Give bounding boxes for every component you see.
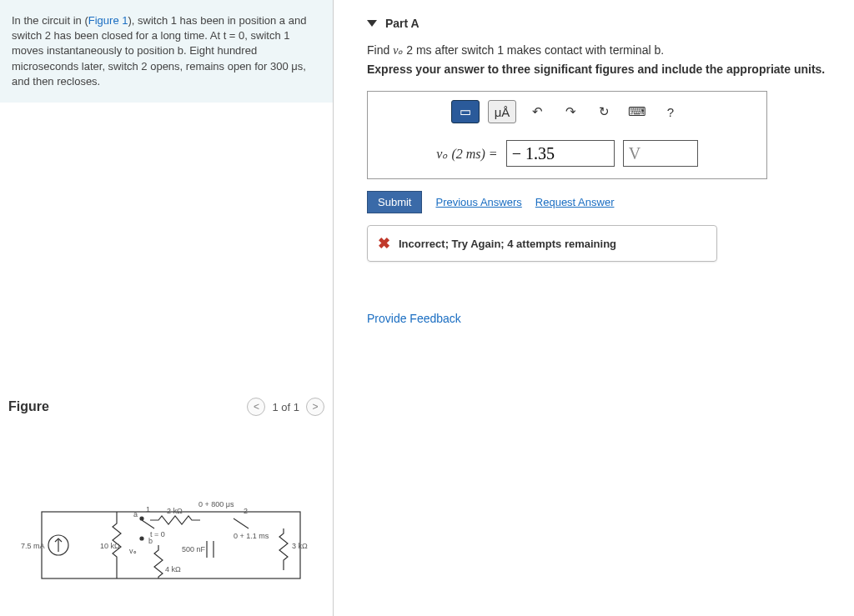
provide-feedback-link[interactable]: Provide Feedback: [367, 312, 837, 325]
svg-text:7.5 mA: 7.5 mA: [21, 542, 45, 550]
submit-row: Submit Previous Answers Request Answer: [367, 191, 837, 213]
undo-button[interactable]: ↶: [525, 101, 550, 123]
part-header[interactable]: Part A: [367, 17, 837, 30]
svg-text:vₒ: vₒ: [129, 547, 137, 555]
feedback-message: Incorrect; Try Again; 4 attempts remaini…: [399, 238, 616, 250]
svg-text:1: 1: [146, 505, 150, 513]
figure-link[interactable]: Figure 1: [88, 14, 128, 27]
svg-text:0 + 1.1 ms: 0 + 1.1 ms: [234, 532, 269, 540]
templates-button[interactable]: ▭: [451, 100, 480, 123]
svg-text:3 kΩ: 3 kΩ: [292, 542, 308, 550]
answer-toolbar: ▭ μÅ ↶ ↷ ↻ ⌨ ?: [368, 92, 766, 132]
unit-input[interactable]: [623, 140, 698, 167]
help-button[interactable]: ?: [658, 101, 683, 123]
left-column: In the circuit in (Figure 1), switch 1 h…: [0, 0, 334, 616]
svg-text:2 kΩ: 2 kΩ: [167, 507, 183, 515]
svg-text:0 + 800 μs: 0 + 800 μs: [198, 500, 234, 508]
answer-block: ▭ μÅ ↶ ↷ ↻ ⌨ ? vₒ (2 ms) =: [367, 91, 767, 179]
question-text: Find vₒ 2 ms after switch 1 makes contac…: [367, 43, 837, 58]
collapse-icon: [367, 20, 377, 27]
pager-next-button[interactable]: >: [306, 398, 324, 416]
svg-point-6: [140, 517, 143, 520]
svg-text:4 kΩ: 4 kΩ: [165, 565, 181, 573]
feedback-box: ✖ Incorrect; Try Again; 4 attempts remai…: [367, 225, 717, 262]
instruction-text: Express your answer to three significant…: [367, 63, 837, 76]
svg-line-8: [234, 518, 249, 528]
part-label: Part A: [385, 17, 419, 30]
pager-prev-button[interactable]: <: [247, 398, 265, 416]
previous-answers-link[interactable]: Previous Answers: [435, 196, 521, 208]
redo-button[interactable]: ↷: [558, 101, 583, 123]
svg-text:b: b: [148, 537, 153, 545]
svg-line-5: [142, 520, 154, 528]
svg-text:a: a: [133, 510, 138, 518]
problem-statement: In the circuit in (Figure 1), switch 1 h…: [0, 0, 333, 103]
svg-point-7: [140, 537, 143, 540]
reset-button[interactable]: ↻: [591, 101, 616, 123]
answer-lhs: vₒ (2 ms) =: [436, 146, 497, 162]
figure-section: Figure < 1 of 1 >: [0, 386, 333, 616]
request-answer-link[interactable]: Request Answer: [535, 196, 615, 208]
svg-text:500 nF: 500 nF: [182, 545, 206, 553]
svg-text:10 kΩ: 10 kΩ: [100, 542, 120, 550]
keyboard-button[interactable]: ⌨: [625, 101, 650, 123]
pager-count: 1 of 1: [272, 401, 299, 413]
figure-title: Figure: [8, 399, 49, 414]
circuit-diagram: 7.5 mA 10 kΩ 2 kΩ 4 kΩ 3 kΩ 500 nF t = 0…: [17, 499, 317, 599]
svg-text:2: 2: [244, 507, 248, 515]
answer-input-row: vₒ (2 ms) =: [368, 132, 766, 178]
figure-pager: < 1 of 1 >: [247, 398, 324, 416]
value-input[interactable]: [506, 140, 615, 167]
submit-button[interactable]: Submit: [367, 191, 422, 213]
right-column: Part A Find vₒ 2 ms after switch 1 makes…: [334, 0, 854, 616]
units-button[interactable]: μÅ: [488, 100, 516, 123]
problem-prefix: In the circuit in (: [12, 14, 88, 27]
incorrect-icon: ✖: [378, 234, 390, 253]
